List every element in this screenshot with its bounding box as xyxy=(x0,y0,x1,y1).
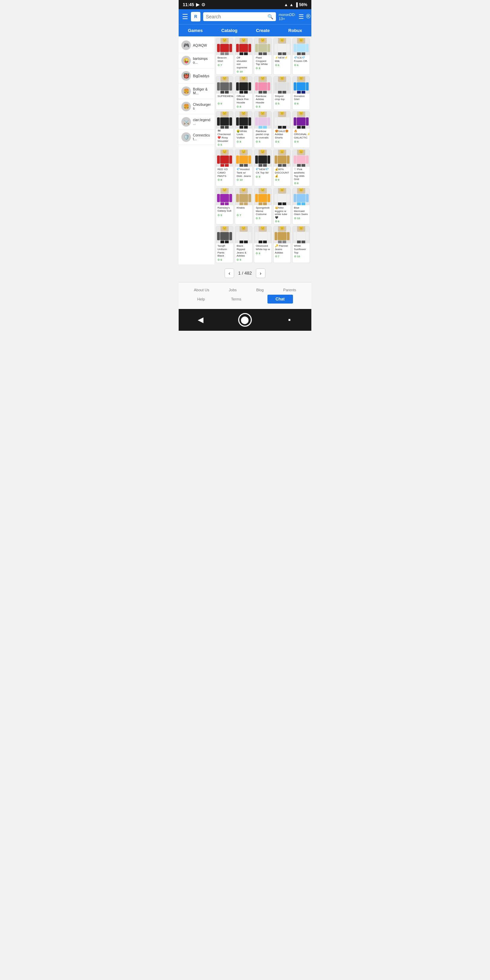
menu-button[interactable]: ☰ xyxy=(182,13,188,21)
catalog-item-20[interactable]: 😐 Rainway's Galaxy Suit ⊙ xyxy=(216,188,234,225)
notifications-icon[interactable]: ☰ xyxy=(298,13,304,21)
sidebar-item-bigdaddys[interactable]: 👹 BigDaddys xyxy=(179,68,215,84)
item-info: Khakis ⊙ 7 xyxy=(235,205,252,218)
char-face: 😐 xyxy=(297,111,305,117)
search-input[interactable] xyxy=(206,14,266,19)
robux-symbol: ⊙ xyxy=(275,102,277,105)
catalog-item-27[interactable]: 😐 Obsessed White top w ⊙ xyxy=(254,226,272,263)
footer-parents[interactable]: Parents xyxy=(283,288,296,292)
char-head: 😐 xyxy=(278,76,286,82)
robux-symbol: ⊙ xyxy=(237,258,239,261)
catalog-item-6[interactable]: 😐 Official Black Fire Hoodie xyxy=(235,76,253,110)
robux-symbol: ⊙ xyxy=(275,140,277,143)
footer-jobs[interactable]: Jobs xyxy=(229,288,237,292)
footer-help[interactable]: Help xyxy=(197,297,205,301)
catalog-item-11[interactable]: 😐 🤑White Louis Vuitton ⊙ xyxy=(235,111,253,148)
username-label: moronDD: 13+ xyxy=(279,13,296,21)
sidebar-item-aqaqw[interactable]: 🎮 AQ/AQW xyxy=(179,38,215,53)
next-page-button[interactable]: › xyxy=(256,269,266,278)
char-face: 😐 xyxy=(278,150,286,155)
char-head: 😐 xyxy=(259,111,267,117)
char-arm-left xyxy=(236,82,239,91)
tab-games[interactable]: Games xyxy=(185,27,205,34)
catalog-item-2[interactable]: 😐 Plaid Cropped Top White ⊙ xyxy=(254,38,272,75)
char-head: 😐 xyxy=(259,226,267,232)
catalog-item-24[interactable]: 😐 Blue Mermaid Glam Swim ⊙ xyxy=(292,188,310,225)
char-leg-right xyxy=(282,126,286,129)
sidebar-item-bolliger[interactable]: 🍔 Bolliger & M... xyxy=(179,84,215,99)
footer-about[interactable]: About Us xyxy=(194,288,209,292)
item-info: 🔑 Flannel Jeans Adidas ⊙ 7 xyxy=(274,243,291,259)
char-head: 😐 xyxy=(221,188,229,194)
nav-right: moronDD: 13+ ☰ ® ⚙ xyxy=(279,13,311,21)
nav-icons: ☰ ® ⚙ xyxy=(298,13,311,21)
char-torso xyxy=(220,44,229,52)
char-leg-left xyxy=(240,91,243,94)
catalog-item-26[interactable]: 😐 Black Ripped Jeans & Adidas xyxy=(235,226,253,263)
char-leg-right xyxy=(244,202,248,205)
catalog-item-5[interactable]: 😐 SUPREMEWhite ⊙ 9 xyxy=(216,76,234,110)
catalog-item-18[interactable]: 😐 💰80% DISCOUNT💰 ⊙ xyxy=(273,150,291,186)
item-price: ⊙ 10 xyxy=(237,178,251,181)
catalog-item-0[interactable]: 😐 Beacon Shirt ⊙ 7 xyxy=(216,38,234,75)
char-arm-right xyxy=(229,232,232,240)
char-torso-wrap xyxy=(275,232,290,240)
item-price: ⊙ 8 xyxy=(218,178,232,181)
sidebar-item-clan[interactable]: ⚔️ clan:legend ... xyxy=(179,115,215,130)
item-image: 😐 xyxy=(235,226,252,243)
catalog-item-1[interactable]: 😐 Off shoulder red supreme ⊙ xyxy=(235,38,253,75)
price-value: 8 xyxy=(240,140,241,143)
char-torso-wrap xyxy=(294,232,309,240)
bottom-nav-bar: ◀ ⬤ ▪ xyxy=(179,309,311,331)
char-legs xyxy=(259,126,267,129)
catalog-item-9[interactable]: 😐 Donation Shirt ⊙ xyxy=(292,76,310,110)
catalog-item-28[interactable]: 😐 🔑 Flannel Jeans Adidas ⊙ xyxy=(273,226,291,263)
catalog-item-16[interactable]: 😐 💎Hooded Tank w/ Distr. Jeans xyxy=(235,150,253,186)
catalog-item-10[interactable]: 😐 🏁Checkered❤️ Rosy Shoulder xyxy=(216,111,234,148)
catalog-item-25[interactable]: 😐 TanqR Uniform Pants Black ⊙ xyxy=(216,226,234,263)
catalog-item-12[interactable]: 😐 Rainbow pastel crop w/ overalls xyxy=(254,111,272,148)
catalog-item-3[interactable]: 😐 ⚡NEW⚡ Milk ⊙ 6 xyxy=(273,38,291,75)
robux-symbol: ⊙ xyxy=(275,220,277,223)
robux-symbol: ⊙ xyxy=(218,214,220,217)
sidebar-item-bart[interactable]: 😜 bartsimpso... xyxy=(179,53,215,68)
item-name: Striped crop top xyxy=(275,95,289,102)
item-name: Beacon Shirt xyxy=(218,56,232,63)
robux-symbol: ⊙ xyxy=(237,105,239,108)
catalog-item-8[interactable]: 😐 Striped crop top ⊙ xyxy=(273,76,291,110)
item-name: Donation Shirt xyxy=(294,95,308,102)
robux-icon[interactable]: ® xyxy=(306,13,310,21)
tab-catalog[interactable]: Catalog xyxy=(218,27,240,34)
item-price: ⊙ 8 xyxy=(237,105,251,108)
char-leg-right xyxy=(263,126,267,129)
home-button[interactable]: ⬤ xyxy=(238,313,252,327)
char-arm-right xyxy=(248,118,251,126)
catalog-item-7[interactable]: 😐 Rainbow Adidas Hoodie ⊙ xyxy=(254,76,272,110)
prev-page-button[interactable]: ‹ xyxy=(224,269,234,278)
char-arm-left xyxy=(217,82,220,91)
chat-button[interactable]: Chat xyxy=(267,295,293,304)
tab-robux[interactable]: Robux xyxy=(285,27,305,34)
back-button[interactable]: ◀ xyxy=(194,314,207,326)
item-info: Obsessed White top w ⊙ 6 xyxy=(254,243,271,256)
footer-blog[interactable]: Blog xyxy=(256,288,264,292)
footer-terms[interactable]: Terms xyxy=(231,297,241,301)
catalog-item-14[interactable]: 😐 🔥ORIGINAL⚡ GALACTIC ⊙ xyxy=(292,111,310,148)
catalog-item-22[interactable]: 😐 Spongebob Meme Costume ⊙ xyxy=(254,188,272,225)
catalog-item-23[interactable]: 😐 👑Nike leggins w white tube🖤 xyxy=(273,188,291,225)
sidebar-item-connecticut[interactable]: 🛡️ Connecticut... xyxy=(179,130,215,145)
recents-button[interactable]: ▪ xyxy=(283,314,296,326)
search-bar[interactable]: 🔍 xyxy=(203,12,276,21)
char-legs xyxy=(278,240,286,243)
catalog-item-29[interactable]: 😐 White Sunflower Top ⊙ xyxy=(292,226,310,263)
item-price: ⊙ 7 xyxy=(275,255,289,258)
catalog-item-21[interactable]: 😐 Khakis ⊙ 7 xyxy=(235,188,253,225)
char-leg-right xyxy=(263,91,267,94)
catalog-item-15[interactable]: 😐 RED XD CAMO PANTS ⊙ xyxy=(216,150,234,186)
catalog-item-4[interactable]: 😐 💎ICE💎 Frozen Off- ⊙ xyxy=(292,38,310,75)
catalog-item-13[interactable]: 😐 😍SALE😍 Adidas Shorts ⊙ xyxy=(273,111,291,148)
sidebar-item-chezburgers[interactable]: 🍔 Chezburgers xyxy=(179,99,215,115)
catalog-item-19[interactable]: 😐 ♡ Pink aesthetic Top With Grid xyxy=(292,150,310,186)
catalog-item-17[interactable]: 😐 💎NEW💎CK Top W/ ⊙ xyxy=(254,150,272,186)
tab-create[interactable]: Create xyxy=(253,27,272,34)
